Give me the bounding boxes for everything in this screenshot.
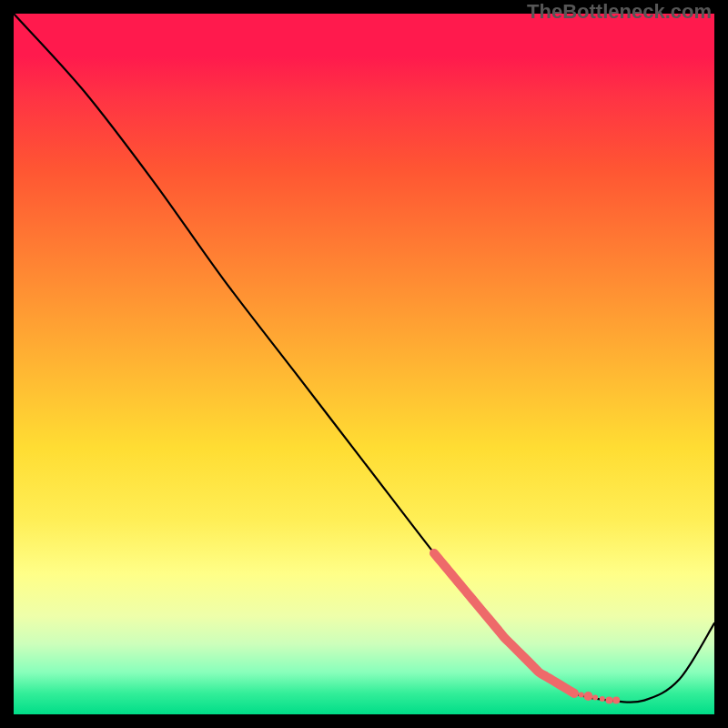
- highlight-segment: [434, 553, 574, 693]
- plot-area: [14, 14, 714, 714]
- highlight-dot: [600, 696, 605, 702]
- highlight-dot: [592, 695, 598, 701]
- bottleneck-curve: [14, 14, 714, 703]
- highlight-dot: [583, 692, 592, 701]
- curve-layer: [14, 14, 714, 714]
- watermark-text: TheBottleneck.com: [527, 0, 712, 24]
- outer-frame: TheBottleneck.com: [0, 0, 728, 728]
- highlight-dot: [579, 692, 584, 697]
- highlight-dot: [612, 697, 620, 704]
- highlight-dot: [606, 697, 613, 704]
- highlight-dot: [557, 682, 564, 689]
